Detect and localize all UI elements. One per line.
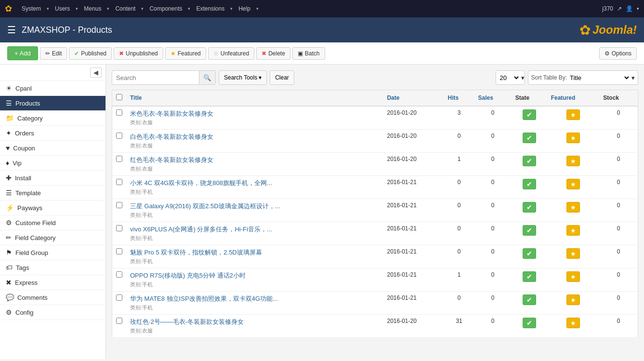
featured-toggle-button[interactable]: ★ <box>566 202 580 213</box>
state-toggle-button[interactable]: ✔ <box>523 225 536 236</box>
featured-cell[interactable]: ★ <box>547 153 600 176</box>
sort-select[interactable]: Sort Table By: TitleDateHitsSalesStateFe… <box>528 70 638 85</box>
row-checkbox-cell[interactable] <box>112 315 127 338</box>
product-title-link[interactable]: 米色毛衣-冬装新款女装修身女 <box>130 109 379 118</box>
state-cell[interactable]: ✔ <box>512 106 547 130</box>
per-page-dropdown[interactable]: 5101520253050100200 <box>496 71 520 84</box>
row-checkbox-9[interactable] <box>116 318 122 324</box>
search-tools-button[interactable]: Search Tools ▾ <box>219 70 267 85</box>
nav-help[interactable]: Help <box>235 0 254 17</box>
sidebar-item-field-group[interactable]: ⚑Field Group <box>0 245 105 260</box>
collapse-sidebar-button[interactable]: ◀ <box>90 67 102 78</box>
row-checkbox-cell[interactable] <box>112 199 127 222</box>
state-cell[interactable]: ✔ <box>512 176 547 199</box>
sidebar-item-express[interactable]: ✖Express <box>0 275 105 290</box>
date-header[interactable]: Date <box>383 90 444 107</box>
state-toggle-button[interactable]: ✔ <box>523 156 536 166</box>
row-checkbox-3[interactable] <box>116 179 122 185</box>
state-toggle-button[interactable]: ✔ <box>523 271 536 282</box>
sidebar-toggle[interactable]: ◀ <box>0 65 105 81</box>
featured-toggle-button[interactable]: ★ <box>566 156 580 166</box>
nav-system[interactable]: System <box>18 0 45 17</box>
row-checkbox-cell[interactable] <box>112 153 127 176</box>
featured-toggle-button[interactable]: ★ <box>566 109 580 120</box>
sidebar-item-tags[interactable]: 🏷Tags <box>0 260 105 275</box>
featured-cell[interactable]: ★ <box>547 222 600 245</box>
row-checkbox-1[interactable] <box>116 133 122 139</box>
featured-toggle-button[interactable]: ★ <box>566 318 580 328</box>
sidebar-item-template[interactable]: ☰Template <box>0 186 105 201</box>
unfeatured-button[interactable]: ☆ Unfeatured <box>208 47 254 60</box>
state-cell[interactable]: ✔ <box>512 292 547 315</box>
featured-cell[interactable]: ★ <box>547 199 600 222</box>
row-checkbox-cell[interactable] <box>112 130 127 153</box>
sidebar-item-cpanl[interactable]: ☀Cpanl <box>0 81 105 96</box>
sidebar-item-config[interactable]: ⚙Config <box>0 305 105 320</box>
featured-cell[interactable]: ★ <box>547 106 600 130</box>
featured-toggle-button[interactable]: ★ <box>566 179 580 189</box>
sidebar-item-orders[interactable]: ✦Orders <box>0 126 105 141</box>
row-checkbox-2[interactable] <box>116 156 122 162</box>
featured-toggle-button[interactable]: ★ <box>566 133 580 143</box>
title-header[interactable]: Title <box>126 90 383 107</box>
featured-toggle-button[interactable]: ★ <box>566 271 580 282</box>
state-toggle-button[interactable]: ✔ <box>523 179 536 189</box>
product-title-link[interactable]: 三星 Galaxy A9(2016) 双面2.5D玻璃金属边框设计，... <box>130 202 379 211</box>
sidebar-item-custome-field[interactable]: ⚙Custome Field <box>0 215 105 230</box>
state-cell[interactable]: ✔ <box>512 268 547 292</box>
nav-components[interactable]: Components <box>145 0 186 17</box>
state-toggle-button[interactable]: ✔ <box>523 318 536 328</box>
state-toggle-button[interactable]: ✔ <box>523 248 536 259</box>
nav-users[interactable]: Users <box>51 0 74 17</box>
user-icon[interactable]: 👤 <box>626 5 633 12</box>
row-checkbox-8[interactable] <box>116 294 122 301</box>
nav-menus[interactable]: Menus <box>80 0 105 17</box>
sidebar-item-vip[interactable]: ♦Vip <box>0 156 105 171</box>
sort-dropdown[interactable]: TitleDateHitsSalesStateFeaturedStock <box>568 71 631 84</box>
featured-button[interactable]: ★ Featured <box>165 47 206 60</box>
product-title-link[interactable]: 白色毛衣-冬装新款女装修身女 <box>130 133 379 141</box>
row-checkbox-4[interactable] <box>116 202 122 208</box>
row-checkbox-cell[interactable] <box>112 176 127 199</box>
clear-button[interactable]: Clear <box>270 70 294 85</box>
nav-extensions[interactable]: Extensions <box>192 0 228 17</box>
featured-header[interactable]: Featured <box>547 90 600 107</box>
featured-cell[interactable]: ★ <box>547 130 600 153</box>
sidebar-item-comments[interactable]: 💬Comments <box>0 290 105 305</box>
state-cell[interactable]: ✔ <box>512 315 547 338</box>
row-checkbox-cell[interactable] <box>112 292 127 315</box>
unpublished-button[interactable]: ✖ Unpublished <box>114 47 163 60</box>
product-title-link[interactable]: 红色毛衣-冬装新款女装修身女 <box>130 156 379 164</box>
state-cell[interactable]: ✔ <box>512 153 547 176</box>
row-checkbox-0[interactable] <box>116 109 122 116</box>
nav-content[interactable]: Content <box>111 0 139 17</box>
row-checkbox-5[interactable] <box>116 225 122 231</box>
product-title-link[interactable]: 小米 4C 双4G双卡双待，骁龙808旗舰手机，全网... <box>130 179 379 187</box>
search-input[interactable] <box>112 71 199 84</box>
featured-toggle-button[interactable]: ★ <box>566 294 580 305</box>
product-title-link[interactable]: 魅族 Pro 5 双卡双待，指纹解锁，2.5D玻璃屏幕 <box>130 248 379 257</box>
published-button[interactable]: ✔ Published <box>69 47 112 60</box>
edit-button[interactable]: ✏ Edit <box>40 47 67 60</box>
state-cell[interactable]: ✔ <box>512 222 547 245</box>
row-checkbox-cell[interactable] <box>112 268 127 292</box>
product-title-link[interactable]: 华为 MATE8 独立ISP改善拍照效果，双卡双4G功能... <box>130 294 379 303</box>
state-cell[interactable]: ✔ <box>512 199 547 222</box>
featured-cell[interactable]: ★ <box>547 176 600 199</box>
row-checkbox-cell[interactable] <box>112 245 127 268</box>
batch-button[interactable]: ▣ Batch <box>292 47 325 60</box>
row-checkbox-cell[interactable] <box>112 106 127 130</box>
select-all-header[interactable] <box>112 90 127 107</box>
sidebar-item-install[interactable]: ✚Install <box>0 171 105 186</box>
featured-cell[interactable]: ★ <box>547 292 600 315</box>
sidebar-item-field-category[interactable]: ✏Field Category <box>0 230 105 245</box>
featured-toggle-button[interactable]: ★ <box>566 225 580 236</box>
row-checkbox-7[interactable] <box>116 271 122 278</box>
state-toggle-button[interactable]: ✔ <box>523 109 536 120</box>
delete-button[interactable]: ✖ Delete <box>256 47 290 60</box>
sidebar-item-payways[interactable]: ⚡Payways <box>0 201 105 215</box>
featured-cell[interactable]: ★ <box>547 315 600 338</box>
state-toggle-button[interactable]: ✔ <box>523 202 536 213</box>
state-cell[interactable]: ✔ <box>512 245 547 268</box>
select-all-checkbox[interactable] <box>116 94 122 100</box>
